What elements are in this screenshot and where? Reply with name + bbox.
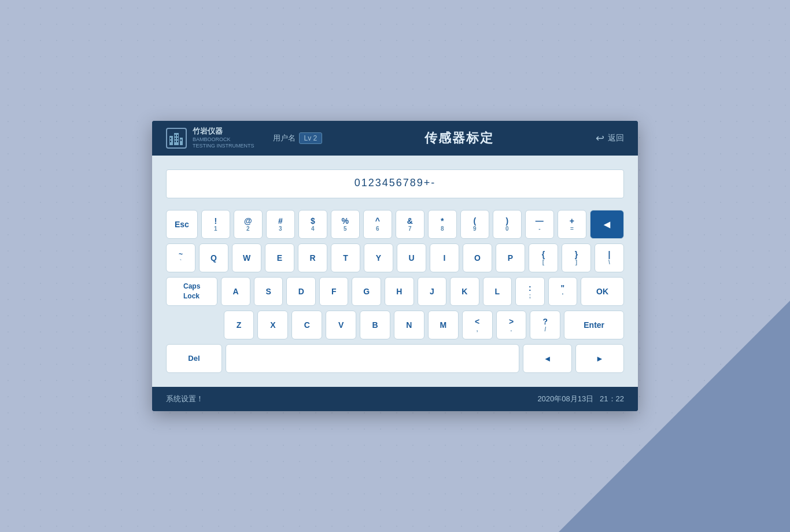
key-row-3: CapsLock A S D F G H J K L :; "' OK [166, 277, 624, 306]
key-semicolon[interactable]: :; [515, 277, 545, 306]
key-del[interactable]: Del [166, 344, 222, 373]
time: 21：22 [600, 394, 624, 403]
key-t[interactable]: T [331, 243, 360, 272]
back-button[interactable]: ↩ 返回 [596, 132, 624, 145]
key-ok[interactable]: OK [581, 277, 624, 306]
user-label: 用户名 [273, 133, 296, 143]
key-y[interactable]: Y [364, 243, 393, 272]
content-area: 0123456789+- Esc !1 @2 #3 $4 %5 ^6 &7 *8… [152, 156, 638, 387]
key-row-1: Esc !1 @2 #3 $4 %5 ^6 &7 *8 (9 )0 —- += … [166, 210, 624, 239]
key-bracket-open[interactable]: {[ [529, 243, 558, 272]
key-n[interactable]: N [394, 311, 424, 339]
key-v[interactable]: V [326, 311, 356, 339]
key-z[interactable]: Z [224, 311, 254, 339]
key-b[interactable]: B [360, 311, 390, 339]
key-r[interactable]: R [298, 243, 327, 272]
key-slash[interactable]: ?/ [530, 311, 560, 339]
key-row-2: ~` Q W E R T Y U I O P {[ }] |\ [166, 243, 624, 272]
key-comma[interactable]: <, [462, 311, 493, 339]
key-enter[interactable]: Enter [564, 311, 624, 339]
key-u[interactable]: U [397, 243, 426, 272]
key-g[interactable]: G [352, 277, 381, 306]
svg-rect-8 [177, 138, 178, 139]
key-h[interactable]: H [385, 277, 414, 306]
svg-rect-3 [170, 138, 171, 139]
app-window: 竹岩仪器 BAMBOOROCK TESTING INSTRUMENTS 用户名 … [152, 121, 638, 411]
key-j[interactable]: J [418, 277, 447, 306]
key-c[interactable]: C [291, 311, 322, 339]
page-title: 传感器标定 [331, 130, 586, 147]
svg-rect-11 [180, 139, 182, 141]
back-icon: ↩ [596, 132, 604, 145]
key-d[interactable]: D [286, 277, 316, 306]
key-period[interactable]: >. [496, 311, 527, 339]
key-2[interactable]: @2 [234, 210, 263, 239]
key-row-5: Del ◄ ► [166, 344, 624, 373]
logo-area: 竹岩仪器 BAMBOOROCK TESTING INSTRUMENTS [166, 127, 254, 150]
key-e[interactable]: E [265, 243, 294, 272]
key-p[interactable]: P [496, 243, 525, 272]
key-i[interactable]: I [430, 243, 459, 272]
key-tilde[interactable]: ~` [166, 243, 195, 272]
user-info: 用户名 Lv 2 [273, 132, 323, 144]
key-q[interactable]: Q [199, 243, 228, 272]
svg-rect-7 [175, 138, 176, 139]
key-f[interactable]: F [319, 277, 349, 306]
svg-rect-4 [170, 141, 171, 142]
key-6[interactable]: ^6 [363, 210, 392, 239]
header: 竹岩仪器 BAMBOOROCK TESTING INSTRUMENTS 用户名 … [152, 121, 638, 156]
key-m[interactable]: M [428, 311, 459, 339]
key-4[interactable]: $4 [298, 210, 327, 239]
key-0[interactable]: )0 [493, 210, 522, 239]
key-3[interactable]: #3 [266, 210, 295, 239]
keyboard: Esc !1 @2 #3 $4 %5 ^6 &7 *8 (9 )0 —- += … [166, 210, 624, 373]
svg-rect-5 [175, 135, 176, 136]
svg-rect-2 [180, 138, 183, 145]
svg-rect-9 [175, 141, 176, 142]
key-1[interactable]: !1 [201, 210, 230, 239]
level-badge: Lv 2 [299, 132, 323, 144]
key-shift-placeholder [166, 311, 220, 339]
key-9[interactable]: (9 [460, 210, 489, 239]
key-5[interactable]: %5 [331, 210, 360, 239]
key-plus[interactable]: += [558, 210, 586, 239]
logo-icon [166, 128, 187, 149]
key-backslash[interactable]: |\ [595, 243, 624, 272]
svg-rect-10 [177, 141, 178, 142]
svg-rect-6 [177, 135, 178, 136]
back-label: 返回 [608, 133, 624, 143]
footer: 系统设置！ 2020年08月13日 21：22 [152, 387, 638, 411]
key-row-4: Z X C V B N M <, >. ?/ Enter [166, 311, 624, 339]
key-w[interactable]: W [232, 243, 261, 272]
key-esc[interactable]: Esc [166, 210, 198, 239]
date: 2020年08月13日 [537, 394, 593, 403]
key-left-arrow[interactable]: ◄ [523, 344, 571, 373]
key-bracket-close[interactable]: }] [562, 243, 591, 272]
datetime: 2020年08月13日 21：22 [537, 394, 624, 404]
input-display[interactable]: 0123456789+- [166, 169, 624, 198]
status-text: 系统设置！ [166, 394, 204, 404]
key-7[interactable]: &7 [396, 210, 424, 239]
key-o[interactable]: O [463, 243, 492, 272]
key-minus[interactable]: —- [525, 210, 554, 239]
logo-en2: TESTING INSTRUMENTS [193, 143, 254, 150]
logo-cn: 竹岩仪器 [193, 127, 254, 136]
key-space[interactable] [226, 344, 519, 373]
key-8[interactable]: *8 [428, 210, 457, 239]
key-l[interactable]: L [483, 277, 512, 306]
key-quote[interactable]: "' [548, 277, 578, 306]
key-a[interactable]: A [221, 277, 250, 306]
key-s[interactable]: S [254, 277, 283, 306]
key-backspace[interactable]: ◀ [590, 210, 624, 239]
logo-en1: BAMBOOROCK [193, 136, 254, 143]
key-right-arrow[interactable]: ► [575, 344, 624, 373]
key-capslock[interactable]: CapsLock [166, 277, 217, 306]
logo-text: 竹岩仪器 BAMBOOROCK TESTING INSTRUMENTS [193, 127, 254, 150]
key-x[interactable]: X [257, 311, 288, 339]
key-k[interactable]: K [450, 277, 479, 306]
